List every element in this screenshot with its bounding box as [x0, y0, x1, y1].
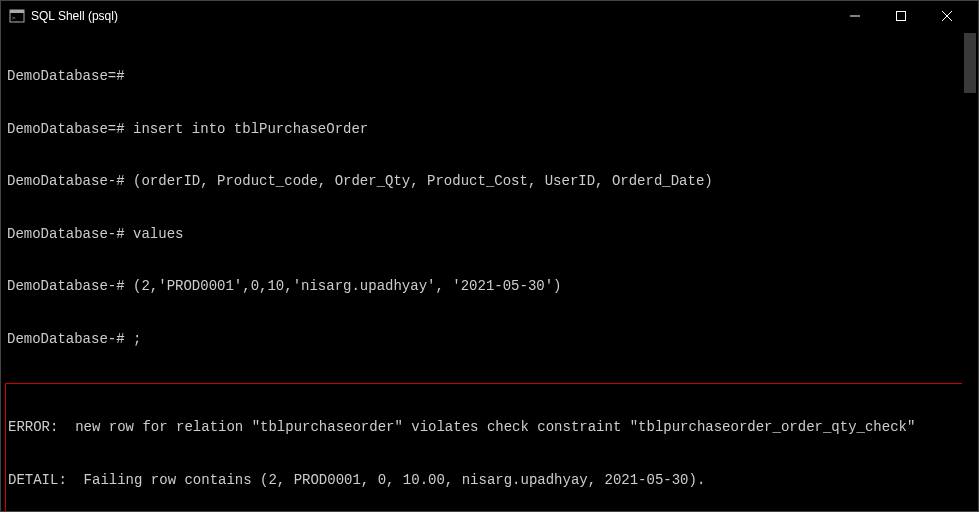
svg-rect-1 — [10, 10, 24, 13]
window-controls — [832, 1, 970, 31]
svg-text:>_: >_ — [12, 14, 20, 22]
terminal-line: DemoDatabase-# ; — [7, 331, 972, 349]
terminal-line: DemoDatabase-# (2,'PROD0001',0,10,'nisar… — [7, 278, 972, 296]
maximize-button[interactable] — [878, 1, 924, 31]
error-line: DETAIL: Failing row contains (2, PROD000… — [8, 472, 971, 490]
svg-rect-4 — [897, 12, 906, 21]
error-highlight: ERROR: new row for relation "tblpurchase… — [5, 383, 974, 512]
terminal-line: DemoDatabase=# insert into tblPurchaseOr… — [7, 121, 972, 139]
app-icon: >_ — [9, 8, 25, 24]
minimize-button[interactable] — [832, 1, 878, 31]
close-button[interactable] — [924, 1, 970, 31]
error-line: ERROR: new row for relation "tblpurchase… — [8, 419, 971, 437]
terminal-line: DemoDatabase=# — [7, 68, 972, 86]
terminal-line: DemoDatabase-# values — [7, 226, 972, 244]
window-title: SQL Shell (psql) — [31, 9, 832, 23]
terminal-line: DemoDatabase-# (orderID, Product_code, O… — [7, 173, 972, 191]
titlebar: >_ SQL Shell (psql) — [1, 1, 978, 31]
scrollbar-thumb[interactable] — [964, 33, 976, 93]
scrollbar[interactable] — [962, 31, 978, 511]
terminal-output[interactable]: DemoDatabase=# DemoDatabase=# insert int… — [1, 31, 978, 511]
